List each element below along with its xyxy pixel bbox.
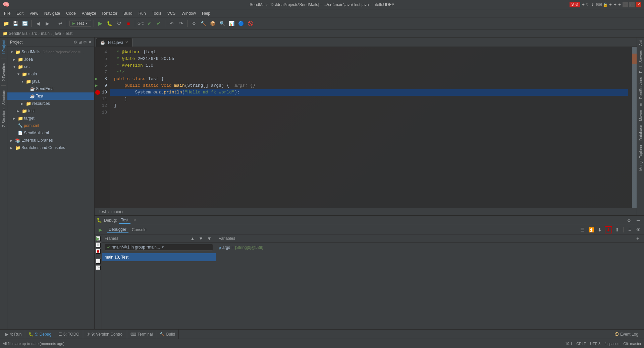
toolbar-refresh-btn[interactable]: 🔄	[21, 19, 29, 27]
frames-filter-btn[interactable]: ▼	[206, 235, 213, 242]
pause-btn[interactable]: ⏸	[96, 242, 101, 248]
settings-btn[interactable]: ⚙	[190, 19, 198, 27]
todo-tab-btn[interactable]: ☰ 6: TODO	[55, 330, 83, 339]
var-args[interactable]: p args = {String[0]@539}	[216, 244, 644, 251]
toolbar-forward-btn[interactable]: ▶	[43, 19, 51, 27]
git-branch[interactable]: Git: master	[623, 342, 641, 346]
thread-dropdown[interactable]: ✔ *main*@1 in group *main... ▼	[105, 244, 213, 251]
frames-up-btn[interactable]: ▲	[189, 235, 196, 242]
run-to-cursor-btn[interactable]: ↓	[96, 259, 101, 264]
breadcrumb-src[interactable]: src	[32, 31, 37, 36]
tab-test-java[interactable]: ☕ Test.java ✕	[96, 38, 132, 47]
toolbar-save-btn[interactable]: 💾	[11, 19, 19, 27]
minimize-button[interactable]: ─	[623, 2, 628, 7]
menu-file[interactable]: File	[1, 10, 13, 16]
git-ok-btn[interactable]: ✔	[155, 19, 163, 27]
menu-tools[interactable]: Tools	[149, 10, 164, 16]
chart-btn[interactable]: 📊	[228, 19, 236, 27]
tree-java[interactable]: ▼ 📁 java	[7, 78, 94, 85]
tree-src[interactable]: ▼ 📁 src	[7, 63, 94, 70]
resume-btn[interactable]: ▶	[97, 226, 104, 233]
redis-servers-panel-btn[interactable]: Redis Servers	[638, 49, 643, 74]
stop-btn[interactable]: ■	[124, 19, 132, 27]
evaluate-expression-btn[interactable]: ≡	[626, 226, 633, 233]
z-structure-panel-btn[interactable]: Z-Structure	[1, 107, 6, 128]
menu-analyze[interactable]: Analyze	[79, 10, 99, 16]
menu-help[interactable]: Help	[199, 10, 213, 16]
stop-debug-btn[interactable]: ■	[96, 249, 101, 254]
tree-external-libs[interactable]: ▶ 📚 External Libraries	[7, 137, 94, 144]
menu-refactor[interactable]: Refactor	[100, 10, 120, 16]
profile-btn[interactable]: 🔵	[237, 19, 245, 27]
tree-resources[interactable]: ▶ 📁 resources	[7, 100, 94, 107]
code-content[interactable]: * @Author jiaqi * @Date 2021/6/9 20:55 *…	[110, 47, 632, 208]
tree-sendmails-iml[interactable]: ▶ 📄 SendMails.iml	[7, 129, 94, 137]
menu-build[interactable]: Build	[121, 10, 135, 16]
force-step-btn[interactable]: ⬇	[605, 226, 612, 233]
tree-idea[interactable]: ▶ 📁 .idea	[7, 56, 94, 63]
event-log-tab-btn[interactable]: ⓵ Event Log	[611, 330, 642, 339]
toolbar-open-btn[interactable]: 📁	[2, 19, 10, 27]
vc-tab-btn[interactable]: ⑨ 9: Version Control	[83, 330, 127, 339]
tree-test-java[interactable]: ▶ ☕ Test	[7, 92, 94, 100]
reorder-threads-btn[interactable]: ☰	[579, 226, 586, 233]
git-history-btn[interactable]: ↶	[168, 19, 176, 27]
frames-down-btn[interactable]: ▼	[197, 235, 205, 242]
breadcrumb-java[interactable]: java	[54, 31, 61, 36]
file-encoding[interactable]: UTF-8	[590, 342, 600, 346]
git-push-btn[interactable]: ↷	[177, 19, 185, 27]
menu-code[interactable]: Code	[63, 10, 78, 16]
structure-panel-btn[interactable]: Structure	[1, 88, 6, 106]
sync-icon[interactable]: ⚙	[73, 40, 77, 45]
stop-process-btn[interactable]: 🚫	[247, 19, 255, 27]
ant-panel-btn[interactable]: Ant	[638, 39, 643, 47]
debug-minimize-btn[interactable]: ─	[635, 217, 642, 224]
close-button[interactable]: ✕	[636, 2, 641, 7]
debug-settings-btn[interactable]: ⚙	[625, 217, 633, 224]
mongo-explorer-panel-btn[interactable]: Mongo Explorer	[638, 143, 643, 172]
breadcrumb-test[interactable]: Test	[65, 31, 72, 36]
run-tab-btn[interactable]: ▶ 4: Run	[2, 330, 25, 339]
tree-pom-xml[interactable]: ▶ 🔧 pom.xml	[7, 122, 94, 129]
show-watches-btn[interactable]: 👁	[635, 226, 642, 233]
restore-layout-btn[interactable]: ⬇	[596, 226, 603, 233]
settings-icon[interactable]: ⚙	[83, 40, 87, 45]
git-check-btn[interactable]: ✔	[145, 19, 153, 27]
close-sidebar-icon[interactable]: ✕	[88, 40, 92, 45]
build-project-btn[interactable]: 🔨	[200, 19, 208, 27]
debugger-tab[interactable]: Debugger	[107, 226, 128, 233]
debug-tab-close-icon[interactable]: ✕	[133, 218, 136, 222]
indent-info[interactable]: 4 spaces	[604, 342, 619, 346]
breadcrumb-sendmails[interactable]: 📁 SendMails	[3, 31, 28, 36]
build-tab-btn[interactable]: 🔨 Build	[156, 330, 179, 339]
debug-tab-name[interactable]: Test	[119, 217, 130, 224]
tree-scratches-consoles[interactable]: ▶ 📁 Scratches and Consoles	[7, 144, 94, 151]
open-module-settings-btn[interactable]: 📦	[209, 19, 217, 27]
async-stacks-btn[interactable]: ⏫	[587, 226, 595, 233]
m-panel-btn[interactable]: m	[638, 101, 643, 107]
breadcrumb-main[interactable]: main	[41, 31, 50, 36]
menu-edit[interactable]: Edit	[14, 10, 26, 16]
menu-vcs[interactable]: VCS	[165, 10, 178, 16]
find-usages-btn[interactable]: 🔍	[218, 19, 226, 27]
project-panel-btn[interactable]: 1:Project	[1, 39, 6, 56]
menu-navigate[interactable]: Navigate	[42, 10, 63, 16]
cursor-position[interactable]: 10:1	[565, 342, 572, 346]
terminal-tab-btn[interactable]: ⌨ Terminal	[127, 330, 156, 339]
add-watch-btn[interactable]: +	[634, 235, 641, 242]
rent-services-panel-btn[interactable]: RentServices	[638, 76, 643, 100]
tree-test[interactable]: ▶ 📁 test	[7, 107, 94, 115]
line-separator[interactable]: CRLF	[576, 342, 586, 346]
expand-icon[interactable]: ⊞	[78, 40, 82, 45]
menu-window[interactable]: Window	[179, 10, 199, 16]
tree-target[interactable]: ▶ 📁 target	[7, 115, 94, 122]
scrollbar-thumb[interactable]	[632, 54, 637, 64]
toolbar-undo-btn[interactable]: ↩	[56, 19, 64, 27]
step-over-btn[interactable]: ↷	[96, 265, 101, 270]
database-panel-btn[interactable]: Database	[638, 124, 643, 142]
menu-run[interactable]: Run	[136, 10, 149, 16]
debug-tab-btn[interactable]: 🐛 5: Debug	[25, 330, 55, 339]
console-tab[interactable]: Console	[130, 227, 149, 233]
tree-sendemail[interactable]: ▶ ☕ SendEmail	[7, 85, 94, 92]
tree-main[interactable]: ▼ 📁 main	[7, 70, 94, 78]
